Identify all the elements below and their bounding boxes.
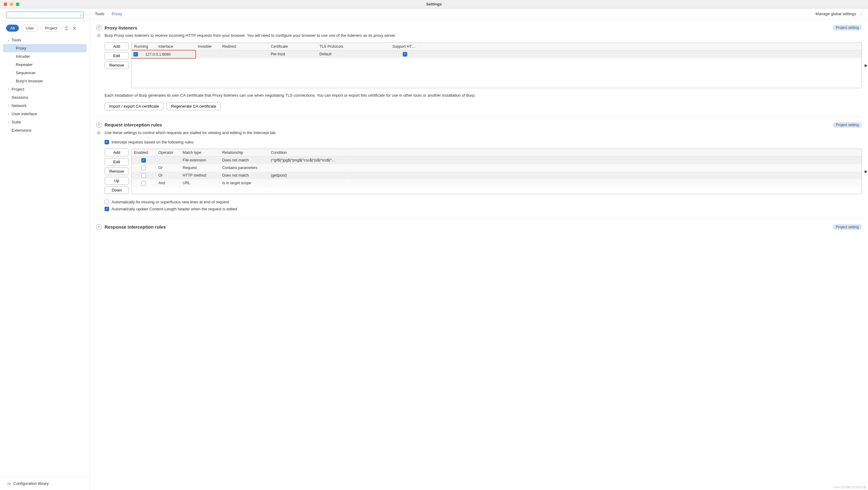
expand-all-icon[interactable] <box>64 26 69 31</box>
sidebar-item-tools[interactable]: ⌄Tools <box>0 36 90 44</box>
col-interface[interactable]: Interface <box>156 43 195 50</box>
section-description: Use these settings to control which requ… <box>104 130 277 135</box>
gear-icon[interactable] <box>96 33 101 38</box>
col-redirect[interactable]: Redirect <box>220 43 268 50</box>
table-row[interactable]: Or HTTP method Does not match (get|post) <box>132 172 862 179</box>
rule-enabled-checkbox[interactable] <box>141 173 146 178</box>
table-row[interactable]: 127.0.0.1:8080 Per-host Default <box>132 51 862 58</box>
auto-fix-newlines-checkbox[interactable] <box>104 200 109 204</box>
sidebar-item-project[interactable]: ›Project <box>0 85 90 93</box>
sidebar-item-ui[interactable]: ›User interface <box>0 110 90 118</box>
rule-relationship: Does not match <box>220 172 268 179</box>
auto-content-length-checkbox[interactable] <box>104 207 109 211</box>
rule-operator: And <box>156 179 180 187</box>
sidebar-item-burps-browser[interactable]: Burp's browser <box>0 77 90 85</box>
import-export-ca-button[interactable]: Import / export CA certificate <box>104 102 163 110</box>
help-icon[interactable]: ? <box>96 122 101 128</box>
remove-rule-button[interactable]: Remove <box>104 167 129 175</box>
rule-enabled-checkbox[interactable] <box>141 166 146 170</box>
search-icon: ⌕ <box>80 13 82 17</box>
collapse-all-icon[interactable] <box>72 26 77 31</box>
help-icon[interactable]: ? <box>96 224 101 230</box>
auto-fix-label: Automatically fix missing or superfluous… <box>112 200 229 204</box>
edit-listener-button[interactable]: Edit <box>104 52 129 60</box>
sidebar-item-sequencer[interactable]: Sequencer <box>0 69 90 77</box>
col-enabled[interactable]: Enabled <box>132 149 156 156</box>
sidebar-item-suite[interactable]: ›Suite <box>0 118 90 126</box>
sidebar-item-sessions[interactable]: Sessions <box>0 93 90 101</box>
rule-operator <box>156 157 180 164</box>
listeners-table[interactable]: Running Interface Invisible Redirect Cer… <box>131 42 862 88</box>
kebab-icon[interactable]: ⋮ <box>859 11 863 16</box>
rules-table[interactable]: Enabled Operator Match type Relationship… <box>131 149 862 194</box>
table-row[interactable]: And URL Is in target scope <box>132 179 862 187</box>
expand-table-icon[interactable]: ▶ <box>865 63 867 67</box>
section-description: Burp Proxy uses listeners to receive inc… <box>104 33 396 38</box>
sidebar-item-intruder[interactable]: Intruder <box>0 52 90 60</box>
rule-operator: Or <box>156 172 180 179</box>
sidebar-item-label: Network <box>11 103 27 108</box>
rule-enabled-checkbox[interactable] <box>141 158 146 163</box>
maximize-window[interactable] <box>16 2 20 6</box>
col-tls[interactable]: TLS Protocols <box>317 43 390 50</box>
section-title: Response interception rules <box>104 224 166 229</box>
sidebar-item-network[interactable]: ›Network <box>0 101 90 110</box>
search-box[interactable]: ⌕ <box>6 11 84 18</box>
section-title: Proxy listeners <box>104 25 137 30</box>
filter-all[interactable]: All <box>6 25 19 32</box>
col-http2[interactable]: Support HTTP/2 <box>390 43 420 50</box>
certificate-value: Per-host <box>268 51 317 58</box>
http2-checkbox[interactable] <box>403 52 407 57</box>
help-icon[interactable]: ? <box>96 25 101 30</box>
filter-project[interactable]: Project <box>41 25 61 32</box>
invisible-value <box>195 51 220 58</box>
rule-condition <box>268 179 344 187</box>
col-operator[interactable]: Operator <box>156 149 180 156</box>
section-response-interception: ? Response interception rules Project se… <box>96 219 862 232</box>
table-row[interactable]: Or Request Contains parameters <box>132 164 862 172</box>
rule-enabled-checkbox[interactable] <box>141 181 146 186</box>
col-relationship[interactable]: Relationship <box>220 149 268 156</box>
edit-rule-button[interactable]: Edit <box>104 158 129 166</box>
minimize-window[interactable] <box>10 2 13 6</box>
add-listener-button[interactable]: Add <box>104 42 129 50</box>
breadcrumb: Tools › Proxy <box>95 11 122 16</box>
col-condition[interactable]: Condition <box>268 149 344 156</box>
sidebar-item-repeater[interactable]: Repeater <box>0 60 90 69</box>
rule-relationship: Is in target scope <box>220 179 268 187</box>
sidebar-item-label: User interface <box>11 112 37 116</box>
tls-value: Default <box>317 51 390 58</box>
running-checkbox[interactable] <box>133 52 138 57</box>
add-rule-button[interactable]: Add <box>104 149 129 156</box>
col-certificate[interactable]: Certificate <box>268 43 317 50</box>
rule-relationship: Does not match <box>220 157 268 164</box>
chevron-right-icon: › <box>7 112 10 116</box>
manage-global-settings[interactable]: Manage global settings <box>815 11 856 16</box>
table-row[interactable]: File extension Does not match (^gif$|^jp… <box>132 157 862 164</box>
sidebar-item-extensions[interactable]: Extensions <box>0 126 90 134</box>
book-icon: ▭ <box>7 481 11 486</box>
configuration-library[interactable]: ▭ Configuration library <box>0 477 90 490</box>
col-match[interactable]: Match type <box>180 149 220 156</box>
move-up-button[interactable]: Up <box>104 177 129 185</box>
search-input[interactable] <box>8 13 80 17</box>
titlebar: Settings <box>0 0 868 8</box>
window-title: Settings <box>426 2 442 6</box>
move-down-button[interactable]: Down <box>104 186 129 194</box>
filter-user[interactable]: User <box>21 25 38 32</box>
intercept-master-checkbox[interactable] <box>104 140 109 144</box>
auto-len-label: Automatically update Content-Length head… <box>112 207 237 211</box>
breadcrumb-leaf[interactable]: Proxy <box>112 11 122 16</box>
gear-icon[interactable] <box>96 130 101 135</box>
col-invisible[interactable]: Invisible <box>195 43 220 50</box>
close-window[interactable] <box>4 2 7 6</box>
sidebar-item-proxy[interactable]: Proxy <box>3 44 87 52</box>
sidebar-item-label: Tools <box>11 38 21 42</box>
col-running[interactable]: Running <box>132 43 156 50</box>
expand-table-icon[interactable]: ▶ <box>865 169 867 174</box>
regenerate-ca-button[interactable]: Regenerate CA certificate <box>166 102 221 110</box>
breadcrumb-root[interactable]: Tools <box>95 11 104 16</box>
rule-condition: (get|post) <box>268 172 344 179</box>
svg-point-1 <box>98 132 100 133</box>
remove-listener-button[interactable]: Remove <box>104 61 129 69</box>
